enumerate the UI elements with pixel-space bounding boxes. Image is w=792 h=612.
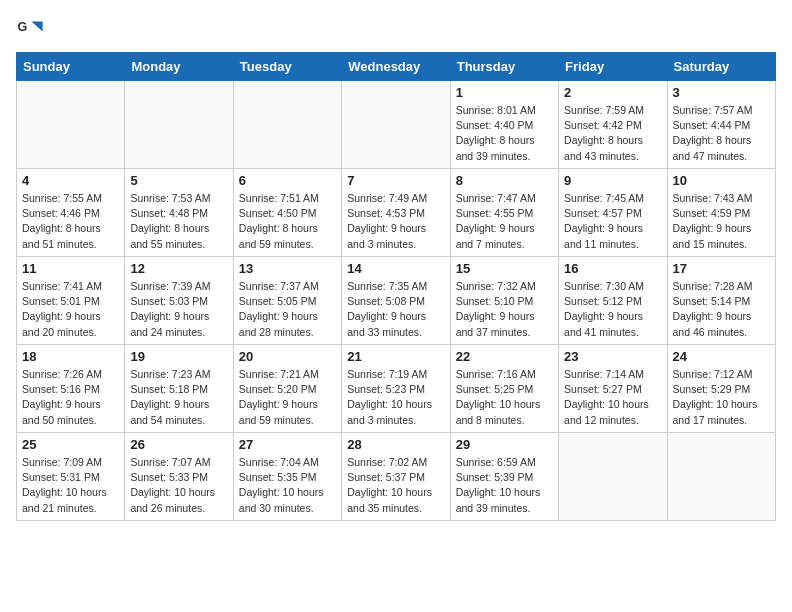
day-number: 24	[673, 349, 770, 364]
day-detail: Sunrise: 7:30 AMSunset: 5:12 PMDaylight:…	[564, 279, 661, 340]
calendar-cell: 11Sunrise: 7:41 AMSunset: 5:01 PMDayligh…	[17, 257, 125, 345]
day-number: 12	[130, 261, 227, 276]
day-number: 23	[564, 349, 661, 364]
day-detail: Sunrise: 7:26 AMSunset: 5:16 PMDaylight:…	[22, 367, 119, 428]
calendar-cell: 5Sunrise: 7:53 AMSunset: 4:48 PMDaylight…	[125, 169, 233, 257]
calendar-cell: 8Sunrise: 7:47 AMSunset: 4:55 PMDaylight…	[450, 169, 558, 257]
day-detail: Sunrise: 7:02 AMSunset: 5:37 PMDaylight:…	[347, 455, 444, 516]
calendar-week-row: 1Sunrise: 8:01 AMSunset: 4:40 PMDaylight…	[17, 81, 776, 169]
calendar-cell	[233, 81, 341, 169]
page-header: G	[16, 16, 776, 44]
calendar-week-row: 25Sunrise: 7:09 AMSunset: 5:31 PMDayligh…	[17, 433, 776, 521]
weekday-header: Tuesday	[233, 53, 341, 81]
day-number: 14	[347, 261, 444, 276]
day-detail: Sunrise: 7:28 AMSunset: 5:14 PMDaylight:…	[673, 279, 770, 340]
day-number: 20	[239, 349, 336, 364]
calendar-cell: 9Sunrise: 7:45 AMSunset: 4:57 PMDaylight…	[559, 169, 667, 257]
day-detail: Sunrise: 7:19 AMSunset: 5:23 PMDaylight:…	[347, 367, 444, 428]
day-number: 5	[130, 173, 227, 188]
day-number: 8	[456, 173, 553, 188]
day-detail: Sunrise: 7:57 AMSunset: 4:44 PMDaylight:…	[673, 103, 770, 164]
day-detail: Sunrise: 7:43 AMSunset: 4:59 PMDaylight:…	[673, 191, 770, 252]
calendar-cell: 4Sunrise: 7:55 AMSunset: 4:46 PMDaylight…	[17, 169, 125, 257]
day-detail: Sunrise: 7:51 AMSunset: 4:50 PMDaylight:…	[239, 191, 336, 252]
calendar-header: SundayMondayTuesdayWednesdayThursdayFrid…	[17, 53, 776, 81]
calendar-week-row: 11Sunrise: 7:41 AMSunset: 5:01 PMDayligh…	[17, 257, 776, 345]
weekday-header: Sunday	[17, 53, 125, 81]
day-detail: Sunrise: 7:21 AMSunset: 5:20 PMDaylight:…	[239, 367, 336, 428]
day-number: 10	[673, 173, 770, 188]
calendar-cell: 12Sunrise: 7:39 AMSunset: 5:03 PMDayligh…	[125, 257, 233, 345]
day-number: 28	[347, 437, 444, 452]
calendar-cell	[342, 81, 450, 169]
calendar-cell: 18Sunrise: 7:26 AMSunset: 5:16 PMDayligh…	[17, 345, 125, 433]
weekday-header: Saturday	[667, 53, 775, 81]
day-detail: Sunrise: 7:16 AMSunset: 5:25 PMDaylight:…	[456, 367, 553, 428]
weekday-header: Thursday	[450, 53, 558, 81]
day-detail: Sunrise: 8:01 AMSunset: 4:40 PMDaylight:…	[456, 103, 553, 164]
day-detail: Sunrise: 7:41 AMSunset: 5:01 PMDaylight:…	[22, 279, 119, 340]
day-detail: Sunrise: 7:59 AMSunset: 4:42 PMDaylight:…	[564, 103, 661, 164]
calendar-cell	[17, 81, 125, 169]
day-number: 29	[456, 437, 553, 452]
svg-marker-1	[31, 22, 42, 32]
day-number: 21	[347, 349, 444, 364]
day-number: 16	[564, 261, 661, 276]
day-number: 1	[456, 85, 553, 100]
day-detail: Sunrise: 7:14 AMSunset: 5:27 PMDaylight:…	[564, 367, 661, 428]
day-number: 15	[456, 261, 553, 276]
calendar-cell: 25Sunrise: 7:09 AMSunset: 5:31 PMDayligh…	[17, 433, 125, 521]
calendar-cell: 21Sunrise: 7:19 AMSunset: 5:23 PMDayligh…	[342, 345, 450, 433]
calendar-cell: 20Sunrise: 7:21 AMSunset: 5:20 PMDayligh…	[233, 345, 341, 433]
day-detail: Sunrise: 7:47 AMSunset: 4:55 PMDaylight:…	[456, 191, 553, 252]
calendar-cell: 10Sunrise: 7:43 AMSunset: 4:59 PMDayligh…	[667, 169, 775, 257]
calendar-cell: 29Sunrise: 6:59 AMSunset: 5:39 PMDayligh…	[450, 433, 558, 521]
calendar-week-row: 4Sunrise: 7:55 AMSunset: 4:46 PMDaylight…	[17, 169, 776, 257]
calendar-cell: 13Sunrise: 7:37 AMSunset: 5:05 PMDayligh…	[233, 257, 341, 345]
calendar-cell: 19Sunrise: 7:23 AMSunset: 5:18 PMDayligh…	[125, 345, 233, 433]
weekday-header: Wednesday	[342, 53, 450, 81]
day-number: 3	[673, 85, 770, 100]
day-detail: Sunrise: 7:35 AMSunset: 5:08 PMDaylight:…	[347, 279, 444, 340]
day-number: 2	[564, 85, 661, 100]
calendar-cell: 16Sunrise: 7:30 AMSunset: 5:12 PMDayligh…	[559, 257, 667, 345]
calendar-cell: 14Sunrise: 7:35 AMSunset: 5:08 PMDayligh…	[342, 257, 450, 345]
day-detail: Sunrise: 7:49 AMSunset: 4:53 PMDaylight:…	[347, 191, 444, 252]
day-detail: Sunrise: 7:45 AMSunset: 4:57 PMDaylight:…	[564, 191, 661, 252]
day-number: 7	[347, 173, 444, 188]
day-detail: Sunrise: 7:37 AMSunset: 5:05 PMDaylight:…	[239, 279, 336, 340]
day-detail: Sunrise: 7:12 AMSunset: 5:29 PMDaylight:…	[673, 367, 770, 428]
day-number: 17	[673, 261, 770, 276]
day-number: 11	[22, 261, 119, 276]
calendar-cell: 22Sunrise: 7:16 AMSunset: 5:25 PMDayligh…	[450, 345, 558, 433]
calendar-cell: 28Sunrise: 7:02 AMSunset: 5:37 PMDayligh…	[342, 433, 450, 521]
calendar-cell: 15Sunrise: 7:32 AMSunset: 5:10 PMDayligh…	[450, 257, 558, 345]
day-detail: Sunrise: 7:55 AMSunset: 4:46 PMDaylight:…	[22, 191, 119, 252]
calendar-cell: 23Sunrise: 7:14 AMSunset: 5:27 PMDayligh…	[559, 345, 667, 433]
logo-icon: G	[16, 16, 44, 44]
calendar-cell: 3Sunrise: 7:57 AMSunset: 4:44 PMDaylight…	[667, 81, 775, 169]
calendar-cell	[559, 433, 667, 521]
day-detail: Sunrise: 7:09 AMSunset: 5:31 PMDaylight:…	[22, 455, 119, 516]
calendar-cell: 17Sunrise: 7:28 AMSunset: 5:14 PMDayligh…	[667, 257, 775, 345]
day-detail: Sunrise: 7:23 AMSunset: 5:18 PMDaylight:…	[130, 367, 227, 428]
calendar-cell	[125, 81, 233, 169]
svg-text:G: G	[17, 20, 27, 34]
calendar-cell: 2Sunrise: 7:59 AMSunset: 4:42 PMDaylight…	[559, 81, 667, 169]
day-number: 26	[130, 437, 227, 452]
weekday-header: Monday	[125, 53, 233, 81]
calendar-cell: 27Sunrise: 7:04 AMSunset: 5:35 PMDayligh…	[233, 433, 341, 521]
day-number: 4	[22, 173, 119, 188]
day-number: 25	[22, 437, 119, 452]
calendar-week-row: 18Sunrise: 7:26 AMSunset: 5:16 PMDayligh…	[17, 345, 776, 433]
calendar-table: SundayMondayTuesdayWednesdayThursdayFrid…	[16, 52, 776, 521]
day-detail: Sunrise: 6:59 AMSunset: 5:39 PMDaylight:…	[456, 455, 553, 516]
calendar-cell: 26Sunrise: 7:07 AMSunset: 5:33 PMDayligh…	[125, 433, 233, 521]
day-number: 9	[564, 173, 661, 188]
calendar-cell: 6Sunrise: 7:51 AMSunset: 4:50 PMDaylight…	[233, 169, 341, 257]
weekday-header: Friday	[559, 53, 667, 81]
logo: G	[16, 16, 48, 44]
calendar-cell	[667, 433, 775, 521]
calendar-cell: 7Sunrise: 7:49 AMSunset: 4:53 PMDaylight…	[342, 169, 450, 257]
calendar-cell: 1Sunrise: 8:01 AMSunset: 4:40 PMDaylight…	[450, 81, 558, 169]
